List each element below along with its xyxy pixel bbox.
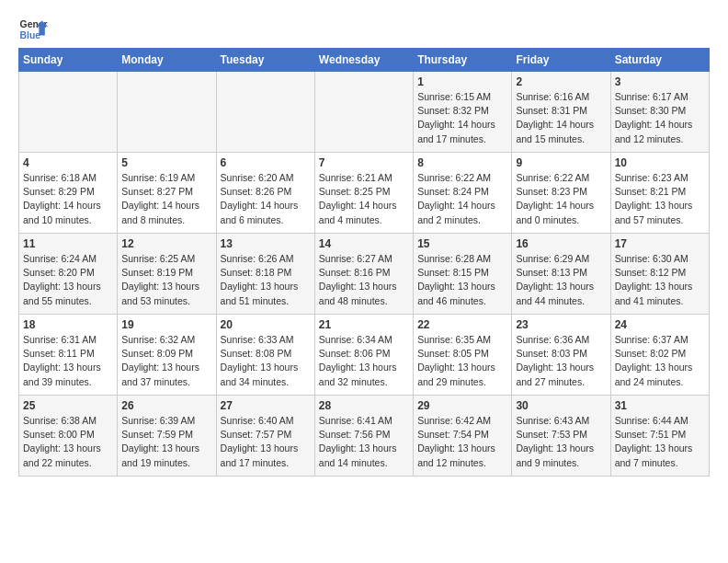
calendar-cell: 24Sunrise: 6:37 AM Sunset: 8:02 PM Dayli… bbox=[610, 315, 709, 396]
weekday-header-sunday: Sunday bbox=[19, 49, 118, 72]
calendar-week-row: 4Sunrise: 6:18 AM Sunset: 8:29 PM Daylig… bbox=[19, 153, 710, 234]
calendar-cell: 8Sunrise: 6:22 AM Sunset: 8:24 PM Daylig… bbox=[414, 153, 512, 234]
day-content: Sunrise: 6:29 AM Sunset: 8:13 PM Dayligh… bbox=[516, 252, 606, 308]
logo: General Blue bbox=[18, 15, 48, 44]
weekday-header-friday: Friday bbox=[512, 49, 610, 72]
day-content: Sunrise: 6:28 AM Sunset: 8:15 PM Dayligh… bbox=[417, 252, 507, 308]
day-content: Sunrise: 6:38 AM Sunset: 8:00 PM Dayligh… bbox=[23, 414, 113, 470]
calendar-week-row: 25Sunrise: 6:38 AM Sunset: 8:00 PM Dayli… bbox=[19, 396, 710, 477]
calendar-cell: 18Sunrise: 6:31 AM Sunset: 8:11 PM Dayli… bbox=[19, 315, 118, 396]
day-content: Sunrise: 6:41 AM Sunset: 7:56 PM Dayligh… bbox=[319, 414, 409, 470]
weekday-header-monday: Monday bbox=[118, 49, 216, 72]
calendar-week-row: 1Sunrise: 6:15 AM Sunset: 8:32 PM Daylig… bbox=[19, 72, 710, 153]
calendar-cell: 14Sunrise: 6:27 AM Sunset: 8:16 PM Dayli… bbox=[314, 234, 413, 315]
day-number: 31 bbox=[615, 399, 705, 412]
day-content: Sunrise: 6:39 AM Sunset: 7:59 PM Dayligh… bbox=[121, 414, 211, 470]
calendar-cell: 12Sunrise: 6:25 AM Sunset: 8:19 PM Dayli… bbox=[118, 234, 216, 315]
calendar-cell: 11Sunrise: 6:24 AM Sunset: 8:20 PM Dayli… bbox=[19, 234, 118, 315]
calendar-cell: 31Sunrise: 6:44 AM Sunset: 7:51 PM Dayli… bbox=[610, 396, 709, 477]
day-content: Sunrise: 6:30 AM Sunset: 8:12 PM Dayligh… bbox=[615, 252, 705, 308]
calendar-cell: 23Sunrise: 6:36 AM Sunset: 8:03 PM Dayli… bbox=[512, 315, 610, 396]
day-content: Sunrise: 6:18 AM Sunset: 8:29 PM Dayligh… bbox=[23, 171, 113, 227]
day-number: 27 bbox=[221, 399, 311, 412]
day-content: Sunrise: 6:15 AM Sunset: 8:32 PM Dayligh… bbox=[417, 90, 507, 146]
day-number: 5 bbox=[121, 156, 211, 169]
calendar-cell bbox=[118, 72, 216, 153]
calendar-cell: 16Sunrise: 6:29 AM Sunset: 8:13 PM Dayli… bbox=[512, 234, 610, 315]
day-content: Sunrise: 6:27 AM Sunset: 8:16 PM Dayligh… bbox=[319, 252, 409, 308]
day-content: Sunrise: 6:17 AM Sunset: 8:30 PM Dayligh… bbox=[615, 90, 705, 146]
calendar-cell: 17Sunrise: 6:30 AM Sunset: 8:12 PM Dayli… bbox=[610, 234, 709, 315]
day-number: 2 bbox=[516, 75, 606, 88]
day-content: Sunrise: 6:19 AM Sunset: 8:27 PM Dayligh… bbox=[121, 171, 211, 227]
calendar-cell: 28Sunrise: 6:41 AM Sunset: 7:56 PM Dayli… bbox=[314, 396, 413, 477]
day-number: 26 bbox=[121, 399, 211, 412]
day-content: Sunrise: 6:37 AM Sunset: 8:02 PM Dayligh… bbox=[615, 333, 705, 389]
day-number: 25 bbox=[23, 399, 113, 412]
calendar-cell: 13Sunrise: 6:26 AM Sunset: 8:18 PM Dayli… bbox=[216, 234, 314, 315]
calendar-cell: 25Sunrise: 6:38 AM Sunset: 8:00 PM Dayli… bbox=[19, 396, 118, 477]
calendar-cell: 29Sunrise: 6:42 AM Sunset: 7:54 PM Dayli… bbox=[414, 396, 512, 477]
day-number: 16 bbox=[516, 237, 606, 250]
calendar-cell bbox=[314, 72, 413, 153]
day-content: Sunrise: 6:22 AM Sunset: 8:24 PM Dayligh… bbox=[417, 171, 507, 227]
calendar-cell bbox=[19, 72, 118, 153]
calendar-table: SundayMondayTuesdayWednesdayThursdayFrid… bbox=[18, 48, 710, 477]
day-content: Sunrise: 6:31 AM Sunset: 8:11 PM Dayligh… bbox=[23, 333, 113, 389]
day-number: 28 bbox=[319, 399, 409, 412]
weekday-header-thursday: Thursday bbox=[414, 49, 512, 72]
calendar-cell bbox=[216, 72, 314, 153]
day-content: Sunrise: 6:20 AM Sunset: 8:26 PM Dayligh… bbox=[221, 171, 311, 227]
day-content: Sunrise: 6:42 AM Sunset: 7:54 PM Dayligh… bbox=[417, 414, 507, 470]
logo-icon: General Blue bbox=[18, 15, 48, 44]
day-number: 11 bbox=[23, 237, 113, 250]
calendar-cell: 7Sunrise: 6:21 AM Sunset: 8:25 PM Daylig… bbox=[314, 153, 413, 234]
day-content: Sunrise: 6:33 AM Sunset: 8:08 PM Dayligh… bbox=[221, 333, 311, 389]
day-content: Sunrise: 6:16 AM Sunset: 8:31 PM Dayligh… bbox=[516, 90, 606, 146]
calendar-cell: 30Sunrise: 6:43 AM Sunset: 7:53 PM Dayli… bbox=[512, 396, 610, 477]
calendar-cell: 6Sunrise: 6:20 AM Sunset: 8:26 PM Daylig… bbox=[216, 153, 314, 234]
weekday-header-tuesday: Tuesday bbox=[216, 49, 314, 72]
day-number: 13 bbox=[221, 237, 311, 250]
calendar-cell: 5Sunrise: 6:19 AM Sunset: 8:27 PM Daylig… bbox=[118, 153, 216, 234]
day-content: Sunrise: 6:25 AM Sunset: 8:19 PM Dayligh… bbox=[121, 252, 211, 308]
calendar-cell: 9Sunrise: 6:22 AM Sunset: 8:23 PM Daylig… bbox=[512, 153, 610, 234]
day-content: Sunrise: 6:44 AM Sunset: 7:51 PM Dayligh… bbox=[615, 414, 705, 470]
calendar-week-row: 11Sunrise: 6:24 AM Sunset: 8:20 PM Dayli… bbox=[19, 234, 710, 315]
day-number: 21 bbox=[319, 318, 409, 331]
calendar-cell: 27Sunrise: 6:40 AM Sunset: 7:57 PM Dayli… bbox=[216, 396, 314, 477]
svg-text:Blue: Blue bbox=[20, 30, 41, 40]
weekday-header-wednesday: Wednesday bbox=[314, 49, 413, 72]
calendar-cell: 22Sunrise: 6:35 AM Sunset: 8:05 PM Dayli… bbox=[414, 315, 512, 396]
day-number: 6 bbox=[221, 156, 311, 169]
calendar-cell: 2Sunrise: 6:16 AM Sunset: 8:31 PM Daylig… bbox=[512, 72, 610, 153]
calendar-cell: 1Sunrise: 6:15 AM Sunset: 8:32 PM Daylig… bbox=[414, 72, 512, 153]
day-number: 14 bbox=[319, 237, 409, 250]
calendar-cell: 21Sunrise: 6:34 AM Sunset: 8:06 PM Dayli… bbox=[314, 315, 413, 396]
day-number: 29 bbox=[417, 399, 507, 412]
day-number: 18 bbox=[23, 318, 113, 331]
day-number: 3 bbox=[615, 75, 705, 88]
weekday-header-saturday: Saturday bbox=[610, 49, 709, 72]
calendar-cell: 26Sunrise: 6:39 AM Sunset: 7:59 PM Dayli… bbox=[118, 396, 216, 477]
day-number: 1 bbox=[417, 75, 507, 88]
day-content: Sunrise: 6:26 AM Sunset: 8:18 PM Dayligh… bbox=[221, 252, 311, 308]
day-number: 8 bbox=[417, 156, 507, 169]
header: General Blue bbox=[18, 15, 710, 44]
day-number: 20 bbox=[221, 318, 311, 331]
day-number: 30 bbox=[516, 399, 606, 412]
day-number: 4 bbox=[23, 156, 113, 169]
calendar-cell: 15Sunrise: 6:28 AM Sunset: 8:15 PM Dayli… bbox=[414, 234, 512, 315]
day-content: Sunrise: 6:23 AM Sunset: 8:21 PM Dayligh… bbox=[615, 171, 705, 227]
day-number: 9 bbox=[516, 156, 606, 169]
day-number: 12 bbox=[121, 237, 211, 250]
day-number: 23 bbox=[516, 318, 606, 331]
day-content: Sunrise: 6:21 AM Sunset: 8:25 PM Dayligh… bbox=[319, 171, 409, 227]
day-number: 22 bbox=[417, 318, 507, 331]
calendar-cell: 19Sunrise: 6:32 AM Sunset: 8:09 PM Dayli… bbox=[118, 315, 216, 396]
calendar-week-row: 18Sunrise: 6:31 AM Sunset: 8:11 PM Dayli… bbox=[19, 315, 710, 396]
calendar-cell: 4Sunrise: 6:18 AM Sunset: 8:29 PM Daylig… bbox=[19, 153, 118, 234]
calendar-cell: 10Sunrise: 6:23 AM Sunset: 8:21 PM Dayli… bbox=[610, 153, 709, 234]
day-content: Sunrise: 6:36 AM Sunset: 8:03 PM Dayligh… bbox=[516, 333, 606, 389]
day-number: 15 bbox=[417, 237, 507, 250]
